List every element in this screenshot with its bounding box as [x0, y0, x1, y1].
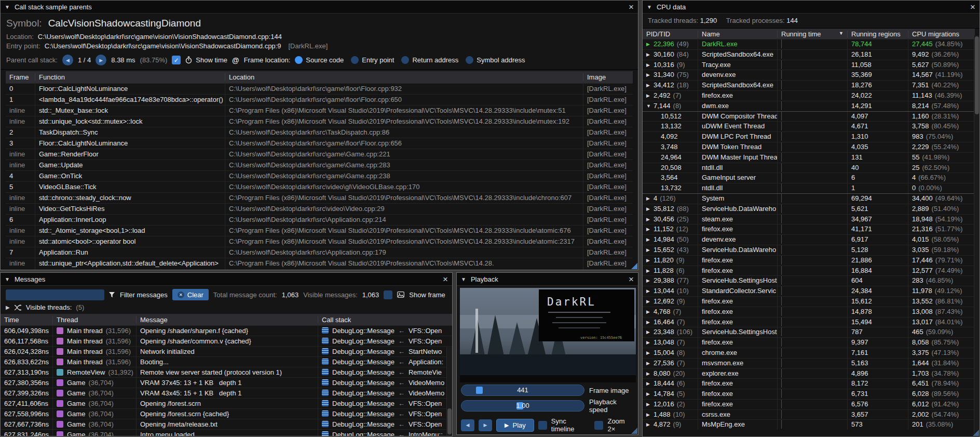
process-row[interactable]: 4,092 DWM LPC Port Thread 29.16 ms (0.13…	[643, 131, 975, 142]
pid-cell[interactable]: ▶2,492(7)	[643, 91, 698, 101]
callstack-row[interactable]: 0 Floor::CalcLightNoLuminance C:\Users\w…	[6, 83, 633, 94]
callstack-titlebar[interactable]: ▼ Call stack sample parents ×	[1, 1, 638, 14]
pid-cell[interactable]: ▶1,488(10)	[643, 410, 698, 420]
pid-cell[interactable]: 24,964	[643, 153, 698, 163]
process-row[interactable]: ▶12,692(9) firefox.exe 231.76 ms (1.00%)…	[643, 296, 975, 307]
pid-cell[interactable]: ▶18,444(6)	[643, 379, 698, 389]
messages-scrollbar[interactable]	[446, 347, 452, 435]
pid-cell[interactable]: ▶27,536(7)	[643, 359, 698, 368]
pid-cell[interactable]: ▶11,820(9)	[643, 256, 698, 266]
message-callstack[interactable]: DebugLog::Message←VideoMemo	[318, 388, 452, 398]
process-row[interactable]: ▶16,464(7) firefox.exe 187 ms (0.81%) 15…	[643, 317, 975, 327]
tree-expand-icon[interactable]: ▶	[646, 256, 654, 266]
process-row[interactable]: 3,564 GameInput server 69.68 us (0.00%) …	[643, 173, 975, 183]
scroll-thumb[interactable]	[447, 408, 452, 434]
next-frame-button[interactable]: ▶	[479, 419, 492, 431]
message-row[interactable]: 627,411,606ns Game(36,704) Opening /fore…	[1, 398, 452, 408]
callstack-row[interactable]: inline std::atomic<bool>::operator bool …	[6, 236, 633, 247]
pid-cell[interactable]: 3,748	[643, 142, 698, 152]
pid-cell[interactable]: 13,732	[643, 183, 698, 193]
process-row[interactable]: ▶18,444(6) firefox.exe 104.2 ms (0.45%) …	[643, 378, 975, 389]
tree-expand-icon[interactable]: ▶	[646, 224, 654, 234]
pid-cell[interactable]: ▶15,004(8)	[643, 348, 698, 358]
message-callstack[interactable]: DebugLog::Message←VFS::Open	[318, 419, 452, 429]
pid-cell[interactable]: ▶8,080(20)	[643, 369, 698, 379]
pid-cell[interactable]: ▶13,044(10)	[643, 286, 698, 296]
tree-expand-icon[interactable]: ▶	[646, 297, 654, 307]
tree-expand-icon[interactable]: ▶	[646, 39, 654, 49]
show-time-option[interactable]: Show time	[185, 56, 227, 64]
show-frame-checkbox[interactable]	[384, 290, 392, 299]
tree-expand-icon[interactable]: ▶	[646, 359, 654, 368]
tree-expand-icon[interactable]: ▶	[646, 215, 654, 224]
sync-timeline-checkbox[interactable]	[538, 421, 547, 430]
callstack-row[interactable]: 1 <lambda_84a19dc444fae966ca174e83e708bd…	[6, 94, 633, 105]
show-time-checkbox[interactable]: ✓	[172, 56, 181, 64]
process-row[interactable]: ▶15,652(43) ServiceHub.DataWareho 580.22…	[643, 245, 975, 255]
pid-cell[interactable]: ▶15,652(43)	[643, 245, 698, 255]
tree-expand-icon[interactable]: ▶	[646, 307, 654, 317]
process-row[interactable]: ▶27,536(7) msvsmon.exe 133.45 ms (0.58%)…	[643, 358, 975, 368]
message-row[interactable]: 627,380,356ns Game(36,704) VRAM 37x45: 1…	[1, 377, 452, 388]
pid-cell[interactable]: 10,512	[643, 112, 698, 122]
process-row[interactable]: ▶13,048(7) firefox.exe 154.28 ms (0.67%)…	[643, 337, 975, 348]
callstack-row[interactable]: inline std::chrono::steady_clock::now C:…	[6, 192, 633, 203]
callstack-row[interactable]: inline std::unique_lock<std::mutex>::loc…	[6, 116, 633, 127]
pid-cell[interactable]: ▶4,768(7)	[643, 307, 698, 317]
tree-expand-icon[interactable]: ▶	[646, 266, 654, 276]
process-row[interactable]: 3,748 DWM Token Thread 23.37 ms (0.10%) …	[643, 142, 975, 152]
pid-cell[interactable]: 20,508	[643, 163, 698, 173]
close-icon[interactable]: ×	[629, 3, 634, 11]
close-icon[interactable]: ×	[970, 3, 975, 11]
process-row[interactable]: ▶35,812(88) ServiceHub.DataWareho 670.41…	[643, 204, 975, 214]
collapse-icon[interactable]: ▼	[5, 4, 10, 10]
radio-icon[interactable]	[401, 56, 409, 64]
col-pid-tid[interactable]: PID/TID	[643, 30, 698, 38]
pid-cell[interactable]: ▶14,784(5)	[643, 389, 698, 399]
message-callstack[interactable]: DebugLog::Message←Application:	[318, 357, 452, 367]
pid-cell[interactable]: ▶4,872(9)	[643, 420, 698, 430]
process-row[interactable]: ▶14,984(50) devenv.exe 584.69 ms (2.53%)…	[643, 234, 975, 245]
process-row[interactable]: ▶23,348(106) ServiceHub.SettingsHost 158…	[643, 327, 975, 337]
tree-expand-icon[interactable]: ▶	[646, 420, 654, 430]
tree-expand-icon[interactable]: ▶	[646, 70, 654, 80]
message-row[interactable]: 627,667,736ns Game(36,704) Opening /meta…	[1, 419, 452, 429]
collapse-icon[interactable]: ▼	[461, 276, 466, 282]
message-callstack[interactable]: DebugLog::Message←StartNetwo	[318, 347, 452, 356]
process-row[interactable]: ▶11,152(12) firefox.exe 632.15 ms (2.74%…	[643, 224, 975, 234]
process-row[interactable]: ▶4(126) System 1.55 s (6.70%) 69,294 34,…	[643, 193, 975, 204]
pid-cell[interactable]: ▶29,388(77)	[643, 276, 698, 286]
callstack-row[interactable]: inline std::_Mutex_base::lock C:\Program…	[6, 105, 633, 116]
callstack-row[interactable]: 3 Floor::CalcLightNoLuminance C:\Users\w…	[6, 138, 633, 149]
process-row[interactable]: 10,512 DWM Compositor Thread 1.53 s (6.6…	[643, 111, 975, 122]
process-row[interactable]: ▶30,160(84) ScriptedSandbox64.exe 2.51 s…	[643, 49, 975, 60]
process-row[interactable]: ▶1,488(10) csrss.exe 83.74 ms (0.36%) 3,…	[643, 409, 975, 420]
process-row[interactable]: ▶4,768(7) firefox.exe 187.54 ms (0.81%) …	[643, 307, 975, 317]
message-callstack[interactable]: DebugLog::Message←VideoMemo	[318, 378, 452, 388]
tree-expand-icon[interactable]: ▶	[646, 194, 654, 204]
process-row[interactable]: ▶29,388(77) ServiceHub.SettingsHost 273.…	[643, 275, 975, 286]
close-icon[interactable]: ×	[443, 275, 448, 284]
process-row[interactable]: ▶13,044(10) StandardCollector.Servic 242…	[643, 286, 975, 296]
zoom-2x-checkbox[interactable]	[594, 421, 603, 430]
process-row[interactable]: ▶31,340(75) devenv.exe 1.91 s (8.26%) 35…	[643, 70, 975, 80]
process-row[interactable]: 20,508 ntdll.dll 1.01 ms (0.00%) 40 25(6…	[643, 163, 975, 173]
tree-expand-icon[interactable]: ▶	[646, 81, 654, 90]
process-row[interactable]: 13,132 uDWM Event Thread 68.29 ms (0.30%…	[643, 121, 975, 131]
tree-expand-icon[interactable]: ▶	[646, 400, 654, 409]
playback-speed-slider[interactable]: 1.00	[461, 400, 584, 412]
message-row[interactable]: 626,024,328ns Main thread(31,596) Networ…	[1, 346, 452, 356]
prev-callstack-button[interactable]: ◀	[62, 55, 73, 65]
visible-threads-row[interactable]: ▶ Visible threads: (5)	[1, 303, 452, 314]
tree-expand-icon[interactable]: ▶	[646, 235, 654, 245]
message-row[interactable]: 627,558,996ns Game(36,704) Opening /fore…	[1, 408, 452, 419]
filter-input[interactable]	[6, 289, 104, 300]
pid-cell[interactable]: 4,092	[643, 132, 698, 142]
tree-expand-icon[interactable]: ▶	[646, 410, 654, 420]
tree-expand-icon[interactable]: ▶	[646, 389, 654, 399]
pid-cell[interactable]: ▶35,812(88)	[643, 204, 698, 214]
pid-cell[interactable]: ▶34,412(18)	[643, 81, 698, 90]
pid-cell[interactable]: ▶31,340(75)	[643, 70, 698, 80]
callstack-row[interactable]: 4 Game::OnTick C:\Users\wolf\Desktop\dar…	[6, 170, 633, 181]
process-row[interactable]: ▶4,872(9) MsMpEng.exe 70.22 ms (0.30%) 5…	[643, 419, 975, 430]
